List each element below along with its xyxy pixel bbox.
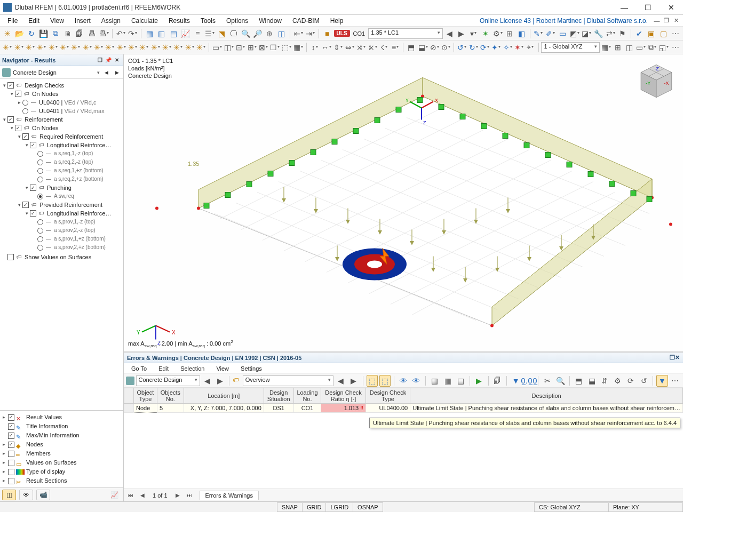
tree-radio[interactable] xyxy=(37,228,43,234)
tb2-16-icon[interactable]: ✳ xyxy=(173,42,183,53)
ew-menu-selection[interactable]: Selection xyxy=(175,364,210,373)
ew-tab[interactable]: Errors & Warnings xyxy=(200,491,259,500)
tree-checkbox[interactable] xyxy=(7,254,14,260)
ew-grid3-icon[interactable]: ▤ xyxy=(455,375,466,387)
ew-eye2-icon[interactable]: 👁 xyxy=(411,375,422,387)
tb2-s6-icon[interactable]: ☐ xyxy=(269,42,280,53)
tb2-c1-icon[interactable]: ↺ xyxy=(457,42,467,53)
tree-checkbox[interactable] xyxy=(15,91,21,97)
ew-num-icon[interactable]: 0̲.0̲0̲ xyxy=(523,375,535,387)
tb2-7-icon[interactable]: ✳ xyxy=(70,42,81,53)
ew-grid1-icon[interactable]: ▦ xyxy=(429,375,440,387)
tree-show-values[interactable]: Show Values on Surfaces xyxy=(25,253,91,261)
refresh-icon[interactable]: ↻ xyxy=(26,28,37,39)
tb2-d3-icon[interactable]: ◫ xyxy=(624,42,634,53)
script-icon[interactable]: ≡ xyxy=(192,28,203,39)
cell-obj-type[interactable]: Node xyxy=(134,404,157,413)
table-row[interactable]: Node 5 X, Y, Z: 7.000, 7.000, 0.000 DS1 … xyxy=(124,404,683,413)
tb2-d5-icon[interactable]: ⧉ xyxy=(647,42,657,53)
disp-nodes[interactable]: Nodes xyxy=(26,440,43,449)
box2-icon[interactable]: ▢ xyxy=(658,28,669,39)
tree-long-reinf2[interactable]: Longitudinal Reinforce… xyxy=(47,209,111,218)
tb2-d1-icon[interactable]: ▦ xyxy=(601,42,611,53)
menu-calculate[interactable]: Calculate xyxy=(126,16,163,26)
status-osnap[interactable]: OSNAP xyxy=(353,502,383,512)
disp-title-info[interactable]: Title Information xyxy=(26,422,68,431)
tb2-s8-icon[interactable]: ▦ xyxy=(293,42,304,53)
next-icon[interactable]: ▶ xyxy=(456,28,467,39)
tb2-b4-icon[interactable]: ⊙ xyxy=(441,42,451,53)
tree-checkbox[interactable] xyxy=(30,185,36,191)
tb2-s7-icon[interactable]: ⬚ xyxy=(281,42,292,53)
footer-tab2-icon[interactable]: 👁 xyxy=(19,490,33,500)
ew-grid2-icon[interactable]: ▥ xyxy=(442,375,453,387)
tree-checkbox[interactable] xyxy=(30,210,36,217)
panel-restore-icon[interactable]: ❐ xyxy=(96,56,104,65)
save-all-icon[interactable]: ⧉ xyxy=(50,28,61,39)
table2-icon[interactable]: ▥ xyxy=(156,28,168,39)
tb2-s2-icon[interactable]: ◫ xyxy=(224,42,234,53)
tb2-s5-icon[interactable]: ⊠ xyxy=(258,42,268,53)
menu-insert[interactable]: Insert xyxy=(69,16,96,26)
orientation-cube[interactable]: -X -Y -Z xyxy=(637,62,676,100)
tool3-icon[interactable]: 🔧 xyxy=(593,28,604,39)
tree-checkbox[interactable] xyxy=(15,125,21,131)
tb2-14-icon[interactable]: ✳ xyxy=(150,42,160,53)
ew-eye1-icon[interactable]: 👁 xyxy=(398,375,409,387)
redo-icon[interactable]: ↷ xyxy=(128,28,139,39)
ew-t8-icon[interactable]: ↺ xyxy=(638,375,649,387)
ew-menu-settings[interactable]: Settings xyxy=(235,364,267,373)
tb2-11-icon[interactable]: ✳ xyxy=(116,42,126,53)
col-obj-no[interactable]: ObjectsNo. xyxy=(157,388,184,404)
tb2-a6-icon[interactable]: ⤪ xyxy=(367,42,377,53)
tree-asreq2pz[interactable]: a s,req,2,+z (bottom) xyxy=(54,175,104,183)
ew-menu-edit[interactable]: Edit xyxy=(153,364,174,373)
more-icon[interactable]: ⋯ xyxy=(670,28,681,39)
ew-selector-2[interactable]: Overview xyxy=(243,375,333,386)
tb2-3-icon[interactable]: ✳ xyxy=(25,42,35,53)
ew-more-icon[interactable]: ⋯ xyxy=(670,375,681,387)
ew-menu-view[interactable]: View xyxy=(211,364,234,373)
tb2-a3-icon[interactable]: ⇕ xyxy=(333,42,343,53)
tree-ul0401[interactable]: UL0401 | VEd / VRd,max xyxy=(39,107,105,115)
footer-graph-icon[interactable]: 📈 xyxy=(107,490,121,500)
ew-next2-icon[interactable]: ▶ xyxy=(348,375,359,387)
ew-close-icon[interactable]: ✕ xyxy=(675,354,680,361)
tb2-c5-icon[interactable]: ✧ xyxy=(503,42,513,53)
tb2-c3-icon[interactable]: ⟳ xyxy=(480,42,490,53)
tree-on-nodes[interactable]: On Nodes xyxy=(32,90,59,98)
tree-checkbox[interactable] xyxy=(7,116,14,123)
tb2-a2-icon[interactable]: ↔ xyxy=(321,42,332,53)
box1-icon[interactable]: ▣ xyxy=(646,28,657,39)
calc2-icon[interactable]: ⚙ xyxy=(492,28,503,39)
globe-icon[interactable]: ⊕ xyxy=(264,28,275,39)
menu-results[interactable]: Results xyxy=(163,16,195,26)
tb2-a4-icon[interactable]: ⇔ xyxy=(345,42,355,53)
tree-asprov2mz[interactable]: a s,prov,2,-z (top) xyxy=(54,226,96,235)
align-icon[interactable]: ⇤ xyxy=(293,28,304,39)
close-button[interactable]: ✕ xyxy=(659,0,683,15)
disp-result-values[interactable]: Result Values xyxy=(26,413,62,422)
col-location[interactable]: Location [m] xyxy=(184,388,264,404)
tb2-13-icon[interactable]: ✳ xyxy=(139,42,149,53)
tb2-a7-icon[interactable]: ☇ xyxy=(379,42,389,53)
filter-icon[interactable]: ▾ xyxy=(468,28,479,39)
ew-t7-icon[interactable]: ⟳ xyxy=(625,375,637,387)
status-snap[interactable]: SNAP xyxy=(277,502,303,512)
ew-filter-icon[interactable]: ▼ xyxy=(510,375,521,387)
tree-asprov1pz[interactable]: a s,prov,1,+z (bottom) xyxy=(54,235,106,243)
tree-asprov1mz[interactable]: a s,prov,1,-z (top) xyxy=(54,218,96,226)
disp-maxmin[interactable]: Max/Min Information xyxy=(26,431,80,440)
display-icon[interactable]: 🖵 xyxy=(228,28,240,39)
tb2-a5-icon[interactable]: ⤨ xyxy=(356,42,366,53)
tb2-more-icon[interactable]: ⋯ xyxy=(670,42,680,53)
navigator-selector-label[interactable]: Concrete Design xyxy=(13,69,95,76)
ew-prev1-icon[interactable]: ◀ xyxy=(202,375,213,387)
menu-assign[interactable]: Assign xyxy=(96,16,126,26)
page-last-icon[interactable]: ⏭ xyxy=(185,491,194,500)
status-lgrid[interactable]: LGRID xyxy=(325,502,353,512)
ew-restore-icon[interactable]: ❐ xyxy=(670,354,675,361)
tb2-b1-icon[interactable]: ⬒ xyxy=(406,42,416,53)
col-description[interactable]: Description xyxy=(410,388,683,404)
footer-tab1-icon[interactable]: ◫ xyxy=(2,490,16,500)
